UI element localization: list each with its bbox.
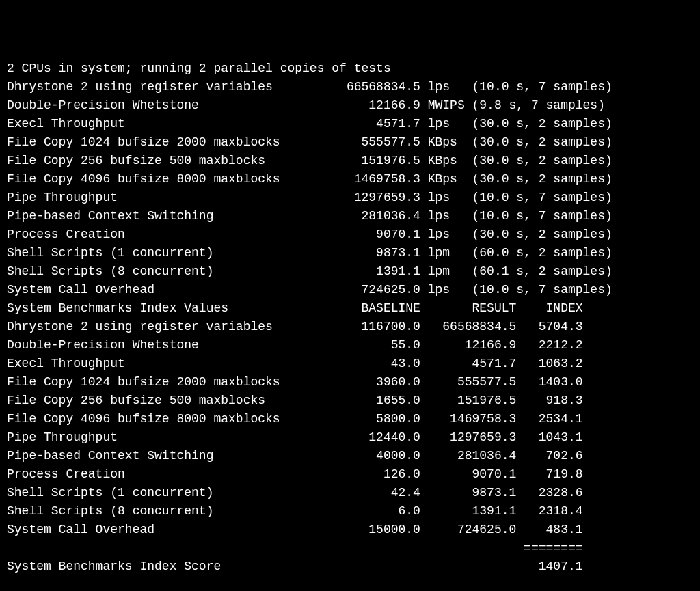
index-row: File Copy 256 bufsize 500 maxblocks 1655… <box>7 391 693 410</box>
index-row: Dhrystone 2 using register variables 116… <box>7 318 693 336</box>
header-line: 2 CPUs in system; running 2 parallel cop… <box>7 59 693 78</box>
result-row: Pipe-based Context Switching 281036.4 lp… <box>7 207 693 225</box>
result-row: Double-Precision Whetstone 12166.9 MWIPS… <box>7 96 693 115</box>
result-row: Pipe Throughput 1297659.3 lps (10.0 s, 7… <box>7 189 693 207</box>
index-row: Shell Scripts (8 concurrent) 6.0 1391.1 … <box>7 502 693 521</box>
index-row: System Call Overhead 15000.0 724625.0 48… <box>7 521 693 539</box>
index-row: Process Creation 126.0 9070.1 719.8 <box>7 465 693 484</box>
terminal-output: 2 CPUs in system; running 2 parallel cop… <box>7 59 693 576</box>
result-row: Process Creation 9070.1 lps (30.0 s, 2 s… <box>7 225 693 244</box>
index-header: System Benchmarks Index Values BASELINE … <box>7 299 693 318</box>
result-row: Execl Throughput 4571.7 lps (30.0 s, 2 s… <box>7 115 693 133</box>
result-row: File Copy 256 bufsize 500 maxblocks 1519… <box>7 152 693 170</box>
index-score: System Benchmarks Index Score 1407.1 <box>7 558 693 576</box>
index-row: File Copy 4096 bufsize 8000 maxblocks 58… <box>7 410 693 428</box>
index-row: Execl Throughput 43.0 4571.7 1063.2 <box>7 355 693 373</box>
result-row: Shell Scripts (8 concurrent) 1391.1 lpm … <box>7 262 693 281</box>
result-row: File Copy 4096 bufsize 8000 maxblocks 14… <box>7 170 693 189</box>
index-row: Shell Scripts (1 concurrent) 42.4 9873.1… <box>7 484 693 502</box>
index-divider: ======== <box>7 539 693 558</box>
result-row: File Copy 1024 bufsize 2000 maxblocks 55… <box>7 133 693 152</box>
index-row: Pipe Throughput 12440.0 1297659.3 1043.1 <box>7 428 693 447</box>
index-row: Double-Precision Whetstone 55.0 12166.9 … <box>7 336 693 355</box>
result-row: Shell Scripts (1 concurrent) 9873.1 lpm … <box>7 244 693 262</box>
result-row: Dhrystone 2 using register variables 665… <box>7 78 693 96</box>
index-row: Pipe-based Context Switching 4000.0 2810… <box>7 447 693 465</box>
index-row: File Copy 1024 bufsize 2000 maxblocks 39… <box>7 373 693 391</box>
result-row: System Call Overhead 724625.0 lps (10.0 … <box>7 281 693 299</box>
